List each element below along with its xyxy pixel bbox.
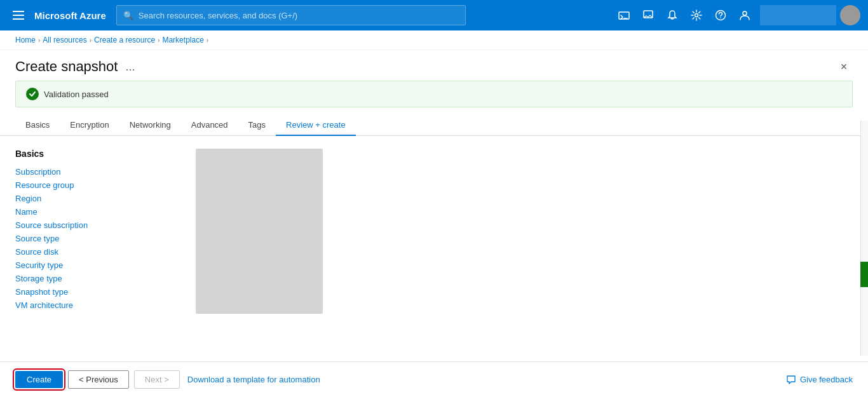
breadcrumb-sep-1: › [38,37,40,44]
search-icon: 🔍 [123,11,133,20]
notification-icon[interactable] [661,4,684,27]
field-snapshot-type[interactable]: Snapshot type [15,285,180,299]
main-content: Basics SubscriptionResource groupRegionN… [0,136,868,347]
account-box[interactable] [760,5,836,25]
breadcrumb-home[interactable]: Home [15,36,36,44]
scrollbar-track[interactable] [860,121,868,347]
validation-text: Validation passed [44,90,109,99]
topbar: Microsoft Azure 🔍 [0,0,868,30]
tab-advanced[interactable]: Advanced [181,115,238,136]
right-panel [196,149,853,347]
page-header: Create snapshot ... × [0,50,868,81]
field-security-type[interactable]: Security type [15,259,180,272]
field-region[interactable]: Region [15,192,180,205]
scrollbar-thumb[interactable] [860,262,868,287]
topbar-icons [613,4,860,27]
more-options-button[interactable]: ... [125,60,135,74]
tab-networking[interactable]: Networking [119,115,181,136]
breadcrumb-all-resources[interactable]: All resources [43,36,86,44]
avatar[interactable] [840,5,860,25]
tab-review-+-create[interactable]: Review + create [276,115,356,136]
svg-point-5 [720,17,721,18]
tab-tags[interactable]: Tags [238,115,276,136]
breadcrumb-sep-2: › [90,37,92,44]
hamburger-menu[interactable] [8,6,29,25]
field-source-disk[interactable]: Source disk [15,245,180,259]
directory-icon[interactable] [733,4,756,27]
field-resource-group[interactable]: Resource group [15,178,180,192]
field-source-subscription[interactable]: Source subscription [15,219,180,232]
field-storage-type[interactable]: Storage type [15,272,180,285]
tab-encryption[interactable]: Encryption [60,115,119,136]
field-vm-architecture[interactable]: VM architecture [15,299,180,312]
validation-icon [26,88,39,100]
svg-point-3 [695,14,698,17]
topbar-logo: Microsoft Azure [34,10,106,21]
svg-point-6 [743,11,747,15]
settings-icon[interactable] [685,4,708,27]
field-list: SubscriptionResource groupRegionNameSour… [15,165,180,312]
cloud-shell-icon[interactable] [613,4,635,27]
field-source-type[interactable]: Source type [15,232,180,245]
field-name[interactable]: Name [15,205,180,219]
breadcrumb-create-resource[interactable]: Create a resource [94,36,155,44]
validation-banner: Validation passed [15,81,853,107]
feedback-icon[interactable] [637,4,660,27]
placeholder-image [196,149,323,314]
search-bar[interactable]: 🔍 [116,5,466,25]
tabs: BasicsEncryptionNetworkingAdvancedTagsRe… [0,115,868,136]
page-title: Create snapshot [15,58,118,75]
breadcrumb-sep-3: › [158,37,159,44]
breadcrumb-marketplace[interactable]: Marketplace [162,36,203,44]
search-input[interactable] [139,11,459,20]
breadcrumb: Home › All resources › Create a resource… [0,30,868,50]
close-button[interactable]: × [835,58,853,76]
help-icon[interactable] [709,4,732,27]
left-panel: Basics SubscriptionResource groupRegionN… [15,149,180,347]
breadcrumb-sep-4: › [207,37,208,44]
tab-basics[interactable]: Basics [15,115,60,136]
field-subscription[interactable]: Subscription [15,165,180,178]
basics-heading: Basics [15,149,180,159]
